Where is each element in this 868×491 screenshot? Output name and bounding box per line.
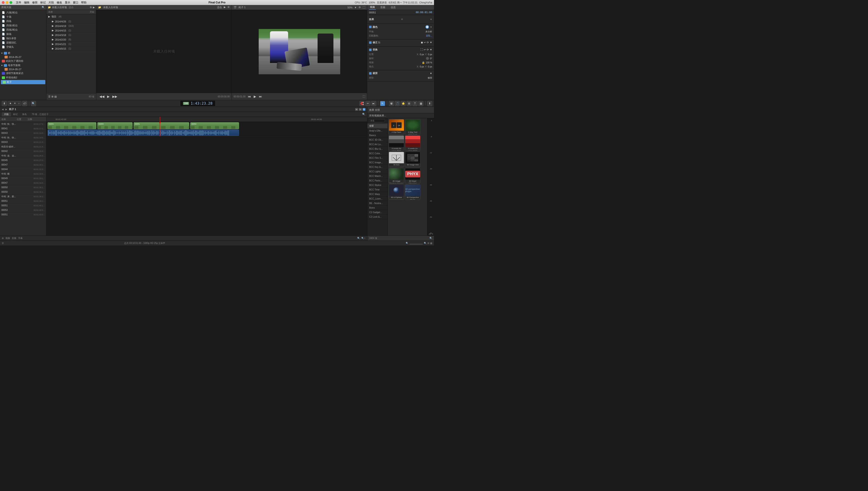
minimize-button[interactable] xyxy=(6,1,8,4)
clip-00052[interactable]: 00052 xyxy=(190,122,239,129)
browser-fit[interactable]: 适合 xyxy=(69,6,74,9)
cat-bcck[interactable]: BCC Key &... xyxy=(368,165,387,169)
tl-zoom-out[interactable]: 🔍- xyxy=(357,237,360,239)
source-expand-icon[interactable]: ▶ xyxy=(224,6,226,9)
audio-anim-btn[interactable]: 🎵 xyxy=(395,101,400,106)
cat-bcci[interactable]: BCC Image... xyxy=(368,160,387,165)
correction-expand[interactable]: ▼ xyxy=(430,41,432,44)
scale-lock-icon[interactable]: 🔒 xyxy=(422,61,425,64)
lib-group-date1[interactable]: 2014-05-27 xyxy=(0,55,46,59)
correction-icon2[interactable]: ↩ xyxy=(424,41,426,44)
next-frame-btn[interactable]: ▶▶ xyxy=(111,94,119,99)
reject-btn[interactable]: ✕ xyxy=(13,102,17,105)
lib-item-5[interactable]: 📄 操场 xyxy=(0,32,46,36)
cat-bccb[interactable]: BCC Blur &... xyxy=(368,147,387,151)
tab-marks[interactable]: 标记 xyxy=(11,112,20,116)
cat-c2l[interactable]: C2 Lock &... xyxy=(368,215,387,219)
lib-group-interview[interactable]: 清明节新闻采访 xyxy=(0,71,46,76)
inspector-tab-video[interactable]: 视频 xyxy=(369,5,376,10)
cat-bccf[interactable]: BCC Film S... xyxy=(368,156,387,160)
match-value[interactable]: 选取... xyxy=(426,34,432,37)
cat-all[interactable]: 全部 xyxy=(368,123,387,128)
browser-item-0[interactable]: ▶ 项目 (4) xyxy=(47,14,96,19)
cat-bccs[interactable]: BCC Stylize xyxy=(368,183,387,187)
effect-2waytwirl[interactable]: 2-Way Twirl (BCC Twirl) xyxy=(405,119,421,135)
track-item-8[interactable]: 00045 00:01:27:0... xyxy=(0,158,46,163)
track-item-10[interactable]: 00044 00:01:32:0... xyxy=(0,167,46,172)
clip-00051-b[interactable]: 00051 xyxy=(134,122,189,129)
share-btn[interactable]: ⬆ xyxy=(427,101,432,106)
tl-title-label[interactable]: 字幕 xyxy=(18,237,23,240)
inspector-tab-info[interactable]: 信息 xyxy=(390,5,397,9)
track-item-13[interactable]: 00047 00:01:34:0... xyxy=(0,181,46,185)
cat-bccp[interactable]: BCC Partic... xyxy=(368,178,387,183)
viewer-settings-icon[interactable]: ⚙ xyxy=(358,6,361,9)
effects-search-icon[interactable]: 🔍 xyxy=(430,237,432,239)
lib-item-0[interactable]: 📄 六场2机位 xyxy=(0,10,46,15)
transition-btn[interactable]: ⊞ xyxy=(407,101,412,106)
effect-3levelslinlines[interactable]: 3 Levels Lin Lines (BCC xyxy=(405,136,421,151)
cat-andys[interactable]: Andy's Effe... xyxy=(368,128,387,133)
track-item-16[interactable]: 中间: 弟，那... 00:01:36:2... xyxy=(0,194,46,199)
lib-group-date2[interactable]: 2014-05-27 xyxy=(0,67,46,71)
track-item-0[interactable]: 中间: 快、快... 00:01:17:2... xyxy=(0,122,46,126)
track-item-18[interactable]: 00051 00:01:40:1... xyxy=(0,203,46,208)
correction-icon1[interactable]: ◼ xyxy=(421,41,423,44)
layout-btn1[interactable]: ⊞ xyxy=(428,242,429,244)
lib-group-rat[interactable]: 耗子 xyxy=(1,80,45,84)
browser-expand-icon[interactable]: ▶ xyxy=(93,6,95,9)
lib-item-7[interactable]: 📄 甜蜜回忆 xyxy=(0,40,46,45)
layout-btn2[interactable]: ▦ xyxy=(430,242,432,244)
effect-3dimagerandom[interactable]: 3D Image Random Spacing xyxy=(389,168,404,183)
browser-item-5[interactable]: ▶ 2014/2/20 (6) xyxy=(47,37,96,42)
cat-bccc[interactable]: BCC Color... xyxy=(368,151,387,156)
effects-expand-icon[interactable]: ▼ xyxy=(430,18,432,21)
transform-fit-icon[interactable]: ⛶ xyxy=(421,48,423,51)
clear-btn[interactable]: ○ xyxy=(17,102,21,105)
zoom-in-icon[interactable]: 🔍 xyxy=(424,242,427,244)
effect-2clipflash[interactable]: 2 CF 2 Clip Flash xyxy=(389,119,404,135)
menu-mark[interactable]: 标记 xyxy=(40,1,46,4)
track-item-15[interactable]: 00050 00:01:36:1... xyxy=(0,190,46,194)
search-btn[interactable]: 🔍 xyxy=(31,101,36,106)
main-expand-icon[interactable]: ⛶ xyxy=(363,95,365,98)
track-item-4[interactable]: 00043 00:01:21:0... xyxy=(0,140,46,144)
main-prev-btn[interactable]: ⏮ xyxy=(247,94,252,99)
zoom-button[interactable] xyxy=(9,1,12,4)
lib-item-2[interactable]: 📄 四场 xyxy=(0,19,46,23)
menu-window[interactable]: 窗口 xyxy=(73,1,78,4)
menu-edit[interactable]: 编辑 xyxy=(24,1,29,4)
cat-bccar[interactable]: BCC Art Lo... xyxy=(368,142,387,147)
color-wheel-icon[interactable] xyxy=(425,25,429,29)
tl-bottom-icon[interactable]: ⊞ xyxy=(2,237,4,239)
effect-btn[interactable]: ⭐ xyxy=(401,101,406,106)
filmstrip-icon[interactable]: ▤ xyxy=(54,95,57,98)
cat-bcclicen[interactable]: BCC_Licen... xyxy=(368,197,387,201)
close-button[interactable] xyxy=(2,1,4,4)
list-view-icon[interactable]: ☰ xyxy=(48,95,51,98)
library-search-icon[interactable]: 🔍 xyxy=(42,6,45,9)
effects-search-input[interactable] xyxy=(369,119,385,122)
lib-item-1[interactable]: 📄 十场 xyxy=(0,15,46,19)
correction-icon3[interactable]: ⟳ xyxy=(427,41,429,44)
color-checkbox[interactable] xyxy=(369,26,372,28)
select-tool[interactable]: ↖ xyxy=(380,101,385,106)
browser-item-2[interactable]: ▶ 2014/4/19 (163) xyxy=(47,24,96,28)
title-btn[interactable]: T xyxy=(412,101,417,106)
browser-item-7[interactable]: ▶ 2014/0/15 (1) xyxy=(47,47,96,51)
track-item-6[interactable]: 00042 00:01:25:0... xyxy=(0,149,46,153)
prev-frame-btn[interactable]: ◀◀ xyxy=(98,94,106,99)
cat-be[interactable]: BE - Nostra... xyxy=(368,201,387,206)
cat-bcct[interactable]: BCC Time xyxy=(368,187,387,192)
transform-icon1[interactable]: ↩ xyxy=(424,48,426,51)
effect-3dperspective[interactable]: 3D perspective plugin 3D Perspective Plu… xyxy=(405,184,421,200)
color-expand-icon[interactable]: ▼ xyxy=(430,26,432,28)
main-next-btn[interactable]: ⏭ xyxy=(258,94,263,99)
prev-timeline-icon[interactable]: ◀ xyxy=(2,108,4,111)
clip-00053[interactable]: 00053 xyxy=(97,122,133,129)
effect-3dlitsphere[interactable]: 3D Lit Sphere xyxy=(389,184,404,200)
menu-view[interactable]: 显示 xyxy=(65,1,70,4)
track-item-19[interactable]: 00053 00:01:42:0... xyxy=(0,208,46,212)
menu-trim[interactable]: 修剪 xyxy=(32,1,38,4)
lib-item-8[interactable]: 📄 空镜头 xyxy=(0,45,46,49)
